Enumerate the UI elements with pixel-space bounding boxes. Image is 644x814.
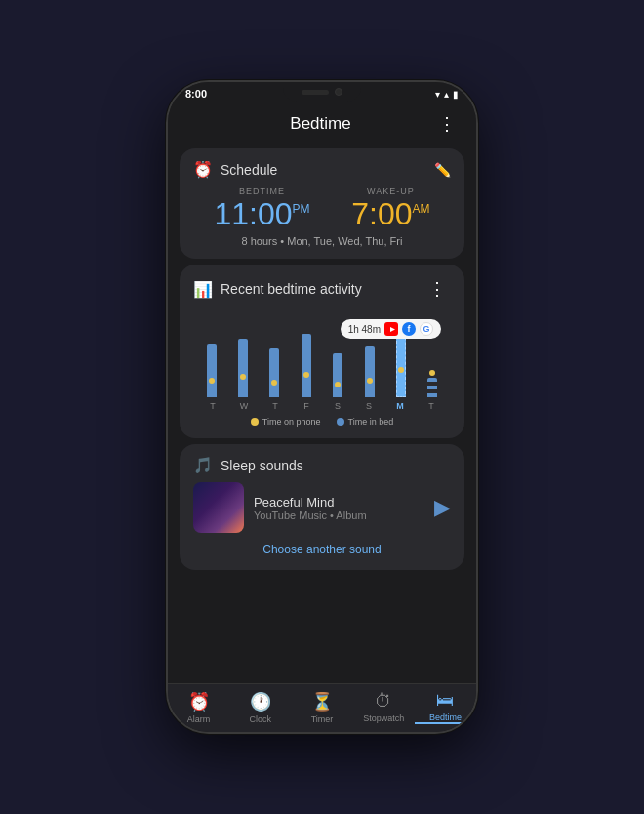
sleep-sounds-title-row: 🎵 Sleep sounds — [193, 456, 303, 474]
bar-t2 — [261, 319, 289, 397]
chart-legend: Time on phone Time in bed — [193, 417, 451, 427]
schedule-card-header: ⏰ Schedule ✏️ — [193, 160, 451, 179]
phone-dot — [209, 378, 215, 384]
bed-bar — [207, 344, 217, 397]
x-label-w: W — [228, 401, 260, 411]
wakeup-label: WAKE-UP — [351, 186, 429, 196]
bedtime-hour: 11:00 — [214, 196, 292, 231]
bedtime-label: BEDTIME — [214, 186, 309, 196]
google-icon: G — [420, 322, 433, 336]
legend-bed-dot — [337, 418, 344, 426]
phone-frame: 8:00 ▾ ▴ ▮ Bedtime ⋮ ⏰ Schedule ✏️ — [166, 80, 478, 734]
youtube-icon — [384, 322, 398, 336]
bedtime-nav-icon: 🛏 — [436, 690, 454, 711]
page-title: Bedtime — [207, 114, 434, 134]
bed-bar — [396, 329, 406, 397]
alarm-clock-icon: ⏰ — [193, 160, 213, 179]
battery-icon: ▮ — [453, 89, 459, 100]
app-header: Bedtime ⋮ — [168, 102, 476, 142]
wakeup-hour: 7:00 — [351, 196, 412, 231]
more-options-button[interactable]: ⋮ — [434, 111, 461, 137]
svg-marker-0 — [390, 327, 395, 332]
x-label-t3: T — [416, 401, 447, 411]
x-label-t2: T — [260, 401, 291, 411]
status-icons: ▾ ▴ ▮ — [435, 89, 459, 100]
activity-title-row: 📊 Recent bedtime activity — [193, 280, 362, 299]
bed-bar — [365, 346, 375, 397]
bar-chart-icon: 📊 — [193, 280, 213, 299]
notch-speaker — [302, 90, 329, 95]
x-label-m: M — [384, 401, 416, 411]
legend-phone-label: Time on phone — [262, 417, 321, 427]
bedtime-value: 11:00PM — [214, 198, 309, 229]
bed-bar — [269, 348, 279, 397]
phone-dot — [303, 372, 309, 378]
sound-subtitle: YouTube Music • Album — [254, 509, 424, 521]
chart-area: 1h 48m f G — [193, 319, 451, 427]
phone-dot — [367, 378, 373, 384]
schedule-info: 8 hours • Mon, Tue, Wed, Thu, Fri — [193, 235, 451, 247]
stopwatch-nav-icon: ⏱ — [375, 691, 392, 712]
timer-nav-label: Timer — [311, 714, 334, 724]
clock-nav-icon: 🕐 — [250, 691, 271, 712]
phone-notch — [283, 82, 361, 102]
schedule-times: BEDTIME 11:00PM WAKE-UP 7:00AM — [193, 186, 451, 229]
bar-t1 — [197, 319, 225, 397]
choose-sound-button[interactable]: Choose another sound — [193, 543, 451, 558]
schedule-card: ⏰ Schedule ✏️ BEDTIME 11:00PM WAKE-UP 7:… — [180, 148, 464, 259]
sound-title: Peaceful Mind — [254, 495, 424, 509]
sleep-sounds-card: 🎵 Sleep sounds Peaceful Mind YouTube Mus… — [180, 444, 464, 570]
edit-icon[interactable]: ✏️ — [434, 162, 451, 178]
signal-icon: ▴ — [444, 89, 449, 100]
x-label-s1: S — [322, 401, 353, 411]
schedule-title-row: ⏰ Schedule — [193, 160, 277, 179]
legend-phone-dot — [251, 418, 259, 426]
bed-bar — [427, 378, 437, 397]
activity-card: 📊 Recent bedtime activity ⋮ 1h 48m f G — [180, 265, 464, 438]
bedtime-block: BEDTIME 11:00PM — [214, 186, 309, 229]
bed-bar — [238, 339, 248, 397]
nav-clock[interactable]: 🕐 Clock — [229, 691, 291, 724]
wifi-icon: ▾ — [435, 89, 440, 100]
schedule-title: Schedule — [221, 162, 277, 178]
nav-timer[interactable]: ⏳ Timer — [291, 691, 352, 724]
wakeup-block: WAKE-UP 7:00AM — [351, 186, 429, 229]
alarm-nav-label: Alarm — [187, 714, 211, 724]
timer-nav-icon: ⏳ — [311, 691, 333, 712]
phone-dot — [429, 370, 435, 376]
sound-info: Peaceful Mind YouTube Music • Album — [254, 495, 424, 521]
bed-bar — [302, 334, 311, 397]
activity-title: Recent bedtime activity — [221, 281, 362, 297]
notch-camera — [335, 88, 342, 96]
play-button[interactable]: ▶ — [434, 495, 451, 520]
chart-x-labels: T W T F S S M T — [193, 397, 451, 411]
activity-header: 📊 Recent bedtime activity ⋮ — [193, 276, 451, 302]
legend-bed-label: Time in bed — [348, 417, 394, 427]
bottom-nav: ⏰ Alarm 🕐 Clock ⏳ Timer ⏱ Stopwatch 🛏 Be… — [168, 683, 476, 732]
album-art — [193, 482, 244, 533]
bed-bar — [333, 353, 342, 397]
nav-stopwatch[interactable]: ⏱ Stopwatch — [353, 691, 415, 723]
nav-alarm[interactable]: ⏰ Alarm — [168, 691, 229, 724]
sleep-sounds-header: 🎵 Sleep sounds — [193, 456, 451, 474]
x-label-f: F — [291, 401, 322, 411]
sleep-sounds-title: Sleep sounds — [221, 458, 303, 473]
sleep-sounds-content: Peaceful Mind YouTube Music • Album ▶ — [193, 482, 451, 533]
music-icon: 🎵 — [193, 456, 213, 474]
bar-f — [292, 319, 320, 397]
activity-more-button[interactable]: ⋮ — [424, 276, 451, 302]
chart-tooltip: 1h 48m f G — [341, 319, 441, 339]
wakeup-value: 7:00AM — [351, 198, 429, 229]
wakeup-suffix: AM — [413, 202, 430, 216]
nav-bedtime[interactable]: 🛏 Bedtime — [415, 690, 476, 724]
stopwatch-nav-label: Stopwatch — [363, 713, 404, 723]
legend-bed: Time in bed — [337, 417, 394, 427]
legend-phone: Time on phone — [251, 417, 321, 427]
x-label-t1: T — [197, 401, 228, 411]
alarm-nav-icon: ⏰ — [188, 691, 210, 712]
bedtime-nav-label: Bedtime — [429, 712, 462, 722]
phone-dot — [398, 367, 404, 373]
tooltip-time: 1h 48m — [348, 324, 381, 335]
facebook-icon: f — [402, 322, 416, 336]
bar-w — [228, 319, 257, 397]
